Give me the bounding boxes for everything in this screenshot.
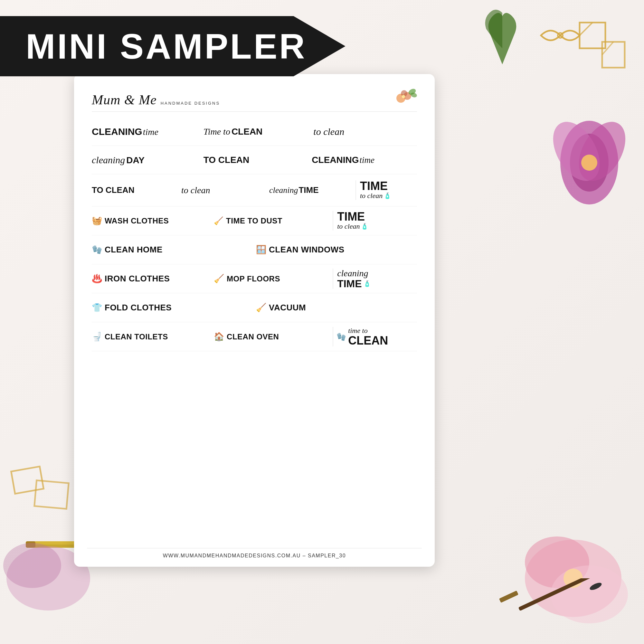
svg-point-23: [589, 581, 602, 591]
cell-cleaning-time-block: cleaning TIME 🧴: [333, 269, 417, 289]
toilet-icon: 🚽: [92, 332, 102, 342]
banner-title: MINI SAMPLER: [26, 26, 307, 66]
cell-cleaning-time-1: CLEANING time: [92, 126, 200, 137]
iron-icon: ♨️: [92, 274, 102, 284]
svg-point-4: [581, 155, 597, 171]
sticker-card: Mum & Me HANDMADE DESIGNS CLEANING time …: [74, 74, 435, 567]
svg-rect-22: [518, 578, 596, 611]
brand-flower-decoration: [391, 87, 417, 108]
cell-wash-clothes: 🧺 WASH CLOTHES: [92, 216, 212, 226]
website-footer: WWW.MUMANDMEHANDMADEDESIGNS.COM.AU – SAM…: [87, 548, 422, 559]
banner: MINI SAMPLER: [0, 16, 346, 76]
row-3: TO CLEAN to clean cleaning TIME TIME to …: [92, 174, 417, 206]
wash-icon: 🧺: [92, 216, 102, 226]
svg-rect-24: [499, 591, 518, 603]
cell-cleaning-day: cleaning DAY: [92, 155, 200, 166]
row-5: 🧤 CLEAN HOME 🪟 CLEAN WINDOWS: [92, 235, 417, 264]
cell-iron-clothes: ♨️ IRON CLOTHES: [92, 274, 212, 284]
svg-line-6: [580, 23, 592, 35]
cell-cleaning-time-3: cleaning TIME: [268, 185, 355, 195]
cell-to-clean-2: TO CLEAN: [200, 155, 309, 165]
fold-icon: 👕: [92, 303, 102, 313]
vacuum-icon: 🧹: [256, 303, 266, 313]
cell-clean-oven: 🏠 CLEAN OVEN: [212, 332, 333, 342]
bg-pink-flower: [544, 113, 634, 213]
cell-to-clean-script-3: to clean: [180, 185, 268, 195]
oven-icon: 🏠: [214, 332, 224, 342]
row-8: 🚽 CLEAN TOILETS 🏠 CLEAN OVEN 🧤 time to C…: [92, 322, 417, 351]
cell-to-clean-1: to clean: [308, 126, 417, 137]
cell-time-block-2: TIME to clean 🧴: [333, 211, 417, 230]
row-1: CLEANING time Time to CLEAN to clean: [92, 118, 417, 146]
gloves-icon-2: 🧤: [336, 332, 346, 341]
bg-paintbrush: [499, 578, 612, 612]
cell-clean-home: 🧤 CLEAN HOME: [92, 245, 254, 255]
mop-icon: 🧹: [214, 274, 224, 284]
cell-fold-clothes: 👕 FOLD CLOTHES: [92, 303, 254, 313]
dust-icon: 🧹: [214, 216, 223, 225]
brand-script: Mum & Me: [92, 92, 157, 108]
row-7: 👕 FOLD CLOTHES 🧹 VACUUM: [92, 293, 417, 322]
gloves-icon: 🧤: [92, 245, 102, 255]
row-2: cleaning DAY TO CLEAN CLEANING time: [92, 146, 417, 174]
cell-to-clean-3: TO CLEAN: [92, 185, 180, 195]
bg-gold-clips: [515, 16, 628, 114]
brand-sub: HANDMADE DESIGNS: [161, 101, 220, 106]
brand-header: Mum & Me HANDMADE DESIGNS: [92, 87, 417, 112]
row-4: 🧺 WASH CLOTHES 🧹 TIME TO DUST TIME to cl…: [92, 206, 417, 235]
cell-clean-windows: 🪟 CLEAN WINDOWS: [254, 245, 417, 255]
cell-clean-toilets: 🚽 CLEAN TOILETS: [92, 332, 212, 342]
window-icon: 🪟: [256, 245, 266, 255]
svg-marker-11: [34, 480, 69, 509]
cell-cleaning-time-2: CLEANING time: [308, 155, 417, 165]
cell-time-to-clean-block: 🧤 time to CLEAN: [333, 327, 417, 346]
cell-mop-floors: 🧹 MOP FLOORS: [212, 274, 333, 284]
svg-point-30: [402, 95, 405, 98]
website-url: WWW.MUMANDMEHANDMADEDESIGNS.COM.AU – SAM…: [163, 553, 346, 558]
row-6: ♨️ IRON CLOTHES 🧹 MOP FLOORS cleaning TI…: [92, 264, 417, 293]
cell-time-to-clean-1: Time to CLEAN: [200, 127, 309, 137]
svg-point-21: [3, 543, 61, 588]
cell-time-block-1: TIME to clean 🧴: [355, 180, 417, 200]
cell-time-to-dust: 🧹 TIME TO DUST: [212, 216, 333, 225]
cell-vacuum: 🧹 VACUUM: [254, 303, 417, 313]
